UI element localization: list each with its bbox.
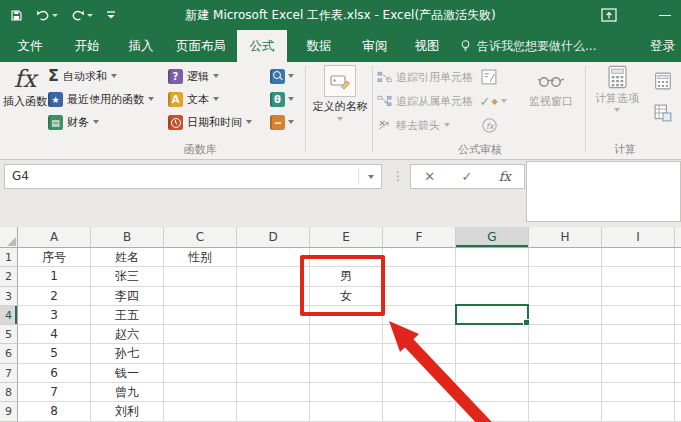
cell-A8[interactable]: 7	[18, 383, 91, 402]
minimize-button[interactable]	[659, 0, 671, 30]
cell-C6[interactable]	[164, 344, 237, 363]
column-header-F[interactable]: F	[383, 227, 456, 248]
cell-F5[interactable]	[383, 325, 456, 344]
cell-G1[interactable]	[456, 248, 529, 267]
row-header-8[interactable]: 8	[0, 383, 18, 402]
text-button[interactable]: A 文本	[168, 88, 219, 110]
row-header-7[interactable]: 7	[0, 364, 18, 383]
watch-window-button[interactable]: 监视窗口	[520, 68, 582, 108]
cell-E7[interactable]	[310, 364, 383, 383]
tab-view[interactable]: 视图	[400, 30, 454, 62]
cell-C5[interactable]	[164, 325, 237, 344]
cell-B8[interactable]: 曾九	[91, 383, 164, 402]
row-header-3[interactable]: 3	[0, 287, 18, 306]
cell-G9[interactable]	[456, 402, 529, 421]
cell-F2[interactable]	[383, 267, 456, 286]
cell-I7[interactable]	[602, 364, 675, 383]
lookup-reference-button[interactable]	[270, 65, 298, 87]
financial-button[interactable]: ▤ 财务	[48, 111, 99, 133]
cell-A9[interactable]: 8	[18, 402, 91, 421]
cell-B5[interactable]: 赵六	[91, 325, 164, 344]
cell-B6[interactable]: 孙七	[91, 344, 164, 363]
cell-F6[interactable]	[383, 344, 456, 363]
cell-I3[interactable]	[602, 287, 675, 306]
formula-input[interactable]	[526, 161, 681, 222]
cell-G2[interactable]	[456, 267, 529, 286]
cell-H7[interactable]	[529, 364, 602, 383]
cell-F7[interactable]	[383, 364, 456, 383]
cell-B7[interactable]: 钱一	[91, 364, 164, 383]
cell-C4[interactable]	[164, 306, 237, 325]
autosum-button[interactable]: Σ 自动求和	[48, 65, 117, 87]
cell-F1[interactable]	[383, 248, 456, 267]
cell-H5[interactable]	[529, 325, 602, 344]
name-box[interactable]: G4	[4, 164, 382, 189]
math-trig-button[interactable]: θ	[270, 88, 298, 110]
cell-I4[interactable]	[602, 306, 675, 325]
cell-A1[interactable]: 序号	[18, 248, 91, 267]
column-header-H[interactable]: H	[529, 227, 602, 248]
cell-H1[interactable]	[529, 248, 602, 267]
cell-D8[interactable]	[237, 383, 310, 402]
column-header-C[interactable]: C	[164, 227, 237, 248]
recently-used-functions-button[interactable]: ★ 最近使用的函数	[48, 88, 154, 110]
cell-B4[interactable]: 王五	[91, 306, 164, 325]
row-header-9[interactable]: 9	[0, 402, 18, 421]
more-functions-button[interactable]: ···	[270, 111, 298, 133]
cell-G6[interactable]	[456, 344, 529, 363]
row-header-4[interactable]: 4	[0, 306, 18, 325]
insert-function-fx-button[interactable]: fx	[499, 169, 511, 184]
cell-A4[interactable]: 3	[18, 306, 91, 325]
trace-precedents-button[interactable]: 追踪引用单元格	[377, 66, 473, 88]
cell-A7[interactable]: 6	[18, 364, 91, 383]
row-header-6[interactable]: 6	[0, 344, 18, 363]
tab-home[interactable]: 开始	[60, 30, 114, 62]
cell-G7[interactable]	[456, 364, 529, 383]
logical-button[interactable]: ? 逻辑	[168, 65, 219, 87]
cell-B9[interactable]: 刘利	[91, 402, 164, 421]
column-header-B[interactable]: B	[91, 227, 164, 248]
evaluate-formula-button[interactable]: fx	[478, 112, 500, 138]
cell-C1[interactable]: 性别	[164, 248, 237, 267]
column-header-D[interactable]: D	[237, 227, 310, 248]
row-header-1[interactable]: 1	[0, 248, 18, 267]
cell-D9[interactable]	[237, 402, 310, 421]
trace-dependents-button[interactable]: 追踪从属单元格	[377, 90, 473, 112]
cell-I8[interactable]	[602, 383, 675, 402]
select-all-corner[interactable]	[0, 227, 18, 248]
cell-C7[interactable]	[164, 364, 237, 383]
cell-A5[interactable]: 4	[18, 325, 91, 344]
row-header-5[interactable]: 5	[0, 325, 18, 344]
ribbon-display-options-button[interactable]	[601, 0, 617, 30]
cell-A2[interactable]: 1	[18, 267, 91, 286]
cell-H4[interactable]	[529, 306, 602, 325]
cell-I2[interactable]	[602, 267, 675, 286]
cell-I5[interactable]	[602, 325, 675, 344]
tab-page-layout[interactable]: 页面布局	[168, 30, 234, 62]
date-time-button[interactable]: 日期和时间	[168, 111, 252, 133]
cell-H9[interactable]	[529, 402, 602, 421]
cell-H2[interactable]	[529, 267, 602, 286]
row-header-2[interactable]: 2	[0, 267, 18, 286]
cell-B2[interactable]: 张三	[91, 267, 164, 286]
cell-H6[interactable]	[529, 344, 602, 363]
cell-G8[interactable]	[456, 383, 529, 402]
calculation-options-button[interactable]: 计算选项	[592, 65, 642, 112]
calculate-sheet-button[interactable]	[652, 100, 674, 126]
column-header-I[interactable]: I	[602, 227, 675, 248]
formula-bar-resize-handle[interactable]: ⋮	[392, 165, 404, 188]
cancel-button[interactable]: ✕	[424, 169, 435, 184]
tab-review[interactable]: 审阅	[348, 30, 402, 62]
cell-D5[interactable]	[237, 325, 310, 344]
cell-C9[interactable]	[164, 402, 237, 421]
show-formulas-button[interactable]	[478, 64, 500, 90]
cell-G5[interactable]	[456, 325, 529, 344]
cell-E8[interactable]	[310, 383, 383, 402]
column-header-A[interactable]: A	[18, 227, 91, 248]
cell-E6[interactable]	[310, 344, 383, 363]
tab-data[interactable]: 数据	[292, 30, 346, 62]
enter-button[interactable]: ✓	[461, 169, 472, 184]
cell-C8[interactable]	[164, 383, 237, 402]
cell-I1[interactable]	[602, 248, 675, 267]
column-header-E[interactable]: E	[310, 227, 383, 248]
